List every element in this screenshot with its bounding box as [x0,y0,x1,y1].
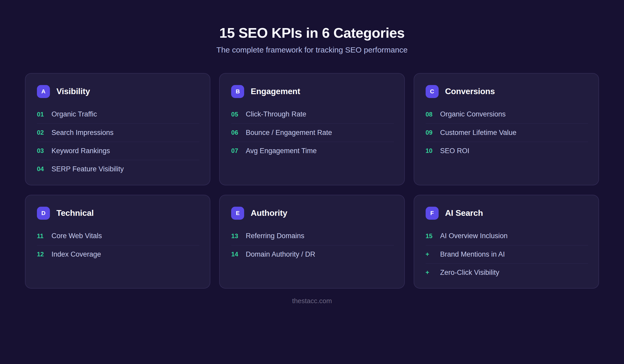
kpi-number: 10 [426,147,440,154]
card-header: A Visibility [37,85,199,98]
kpi-plus-marker: + [426,251,440,258]
kpi-list: 11 Core Web Vitals 12 Index Coverage [37,227,199,263]
kpi-label: Core Web Vitals [51,232,102,240]
kpi-number: 09 [426,129,440,136]
category-title: Visibility [56,87,90,96]
kpi-label: Referring Domains [246,232,304,240]
category-badge-b: B [231,85,244,98]
card-header: E Authority [231,207,394,220]
kpi-number: 12 [37,251,51,258]
kpi-number: 02 [37,129,51,136]
kpi-label: Domain Authority / DR [246,250,315,258]
kpi-item: 06 Bounce / Engagement Rate [231,124,394,142]
kpi-item: 10 SEO ROI [426,142,588,160]
page-footer: thestacc.com [0,297,624,305]
category-badge-a: A [37,85,50,98]
kpi-item: 03 Keyword Rankings [37,142,199,160]
kpi-item: + Brand Mentions in AI [426,245,588,263]
page-subtitle: The complete framework for tracking SEO … [0,46,624,54]
kpi-number: 01 [37,111,51,118]
card-header: B Engagement [231,85,394,98]
kpi-label: SEO ROI [440,147,470,155]
website-credit: thestacc.com [292,297,332,305]
kpi-item: 02 Search Impressions [37,124,199,142]
kpi-label: SERP Feature Visibility [51,165,124,173]
infographic-page: 15 SEO KPIs in 6 Categories The complete… [0,0,624,364]
kpi-label: Avg Engagement Time [246,147,317,155]
kpi-item: 01 Organic Traffic [37,105,199,124]
kpi-list: 15 AI Overview Inclusion + Brand Mention… [426,227,588,282]
category-badge-f: F [426,207,439,220]
kpi-label: Keyword Rankings [51,147,110,155]
category-badge-e: E [231,207,244,220]
kpi-list: 01 Organic Traffic 02 Search Impressions… [37,105,199,178]
kpi-number: 11 [37,232,51,240]
kpi-list: 05 Click-Through Rate 06 Bounce / Engage… [231,105,394,160]
kpi-item: 05 Click-Through Rate [231,105,394,124]
category-title: Conversions [445,87,495,96]
kpi-label: Bounce / Engagement Rate [246,129,332,137]
kpi-number: 13 [231,232,246,240]
category-title: Authority [251,208,287,218]
kpi-item: 09 Customer Lifetime Value [426,124,588,142]
kpi-item: 11 Core Web Vitals [37,227,199,245]
kpi-item: 14 Domain Authority / DR [231,245,394,263]
kpi-label: Click-Through Rate [246,110,306,118]
kpi-label: AI Overview Inclusion [440,232,508,240]
kpi-list: 08 Organic Conversions 09 Customer Lifet… [426,105,588,160]
category-badge-c: C [426,85,439,98]
category-card-engagement: B Engagement 05 Click-Through Rate 06 Bo… [219,73,405,185]
category-title: AI Search [445,208,483,218]
category-card-conversions: C Conversions 08 Organic Conversions 09 … [414,73,599,185]
kpi-item: + Zero-Click Visibility [426,263,588,282]
kpi-number: 04 [37,165,51,173]
kpi-item: 13 Referring Domains [231,227,394,245]
kpi-item: 04 SERP Feature Visibility [37,160,199,178]
kpi-item: 07 Avg Engagement Time [231,142,394,160]
category-card-technical: D Technical 11 Core Web Vitals 12 Index … [25,195,210,289]
card-header: C Conversions [426,85,588,98]
kpi-label: Brand Mentions in AI [440,250,505,258]
kpi-number: 14 [231,251,246,258]
kpi-number: 05 [231,111,246,118]
kpi-label: Search Impressions [51,129,114,137]
kpi-number: 03 [37,147,51,154]
kpi-plus-marker: + [426,269,440,276]
kpi-label: Index Coverage [51,250,101,258]
category-card-authority: E Authority 13 Referring Domains 14 Doma… [219,195,405,289]
kpi-number: 06 [231,129,246,136]
kpi-number: 07 [231,147,246,154]
kpi-label: Customer Lifetime Value [440,129,517,137]
kpi-label: Organic Traffic [51,110,97,118]
category-title: Technical [56,208,94,218]
kpi-number: 15 [426,232,440,240]
kpi-label: Organic Conversions [440,110,506,118]
kpi-item: 08 Organic Conversions [426,105,588,124]
category-card-visibility: A Visibility 01 Organic Traffic 02 Searc… [25,73,210,185]
kpi-list: 13 Referring Domains 14 Domain Authority… [231,227,394,263]
card-header: F AI Search [426,207,588,220]
category-badge-d: D [37,207,50,220]
category-grid: A Visibility 01 Organic Traffic 02 Searc… [25,73,599,289]
category-title: Engagement [251,87,300,96]
kpi-item: 12 Index Coverage [37,245,199,263]
kpi-item: 15 AI Overview Inclusion [426,227,588,245]
kpi-label: Zero-Click Visibility [440,269,499,277]
kpi-number: 08 [426,111,440,118]
page-title: 15 SEO KPIs in 6 Categories [0,25,624,40]
card-header: D Technical [37,207,199,220]
page-header: 15 SEO KPIs in 6 Categories The complete… [0,0,624,54]
category-card-ai-search: F AI Search 15 AI Overview Inclusion + B… [414,195,599,289]
